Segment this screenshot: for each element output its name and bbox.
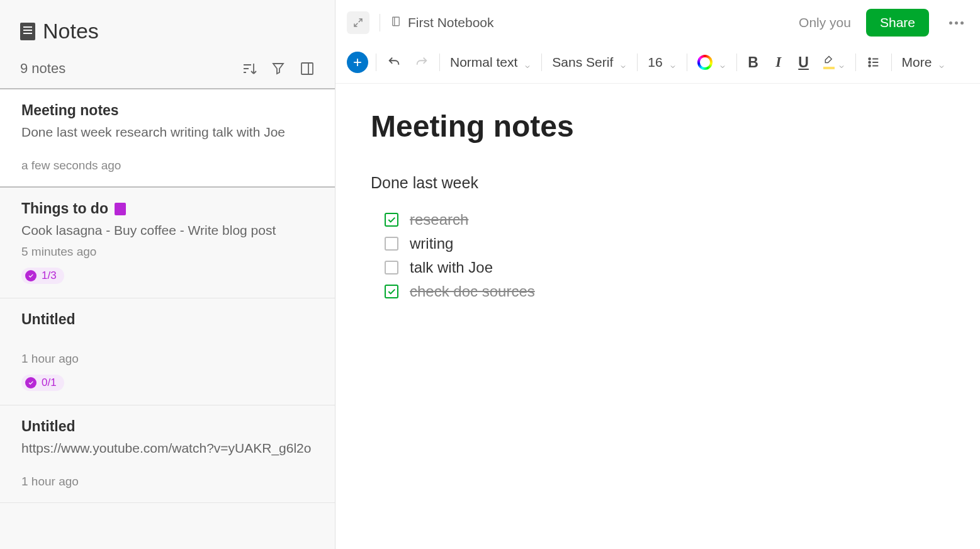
svg-rect-1 xyxy=(393,17,400,26)
divider xyxy=(891,54,892,71)
note-preview: Done last week research writing talk wit… xyxy=(21,123,313,141)
check-text[interactable]: research xyxy=(410,211,468,229)
editor-body[interactable]: Meeting notes Done last week research wr… xyxy=(335,84,980,549)
chevron-down-icon xyxy=(619,59,627,66)
visibility-label: Only you xyxy=(799,15,851,30)
divider xyxy=(541,54,542,71)
undo-button[interactable] xyxy=(384,52,404,72)
note-count: 9 notes xyxy=(20,60,65,77)
divider xyxy=(376,54,376,71)
note-item[interactable]: Things to do Cook lasagna - Buy coffee -… xyxy=(0,188,335,298)
document-subhead[interactable]: Done last week xyxy=(371,174,945,192)
highlighter-icon xyxy=(823,55,835,69)
text-style-label: Normal text xyxy=(450,55,517,70)
highlight-select[interactable] xyxy=(820,55,848,69)
task-badge[interactable]: 0/1 xyxy=(21,375,64,391)
divider xyxy=(855,54,856,71)
check-item: check doc sources xyxy=(385,283,945,300)
more-menu-button[interactable] xyxy=(944,16,969,30)
view-toggle-button[interactable] xyxy=(298,60,316,77)
notes-icon xyxy=(20,23,35,40)
note-item[interactable]: Untitled 1 hour ago 0/1 xyxy=(0,298,335,405)
note-list: Meeting notes Done last week research wr… xyxy=(0,89,335,549)
check-text[interactable]: writing xyxy=(410,235,453,252)
chevron-down-icon xyxy=(838,59,845,66)
chevron-down-icon xyxy=(669,59,677,66)
italic-button[interactable]: I xyxy=(770,54,787,71)
note-title: Untitled xyxy=(21,311,76,328)
chevron-down-icon xyxy=(938,59,945,66)
note-time: 5 minutes ago xyxy=(21,245,313,259)
note-title: Untitled xyxy=(21,418,76,435)
note-time: 1 hour ago xyxy=(21,352,313,366)
document-title[interactable]: Meeting notes xyxy=(371,109,945,144)
sidebar-tools xyxy=(240,60,316,77)
note-item[interactable]: Untitled https://www.youtube.com/watch?v… xyxy=(0,405,335,503)
underline-button[interactable]: U xyxy=(795,54,813,71)
task-count: 0/1 xyxy=(42,376,57,389)
note-title: Things to do xyxy=(21,200,108,217)
font-size-label: 16 xyxy=(648,55,662,70)
text-style-select[interactable]: Normal text xyxy=(448,55,534,70)
color-ring-icon xyxy=(697,55,712,70)
check-item: talk with Joe xyxy=(385,259,945,276)
svg-point-3 xyxy=(869,62,870,64)
checkbox[interactable] xyxy=(385,213,398,227)
note-time: 1 hour ago xyxy=(21,475,313,489)
sidebar-header: Notes xyxy=(0,0,335,54)
more-label: More xyxy=(902,55,932,70)
insert-button[interactable]: + xyxy=(347,52,368,73)
expand-button[interactable] xyxy=(347,11,369,34)
chevron-down-icon xyxy=(719,59,726,66)
divider xyxy=(637,54,638,71)
checkbox[interactable] xyxy=(385,237,398,251)
redo-button[interactable] xyxy=(412,52,432,72)
check-item: research xyxy=(385,211,945,229)
note-preview: Cook lasagna - Buy coffee - Write blog p… xyxy=(21,221,313,239)
svg-rect-0 xyxy=(301,63,313,74)
svg-point-2 xyxy=(869,58,870,60)
sort-button[interactable] xyxy=(240,60,258,77)
text-color-select[interactable] xyxy=(695,55,729,70)
task-badge[interactable]: 1/3 xyxy=(21,268,64,284)
note-title: Meeting notes xyxy=(21,102,119,119)
share-button[interactable]: Share xyxy=(866,9,929,37)
chevron-down-icon xyxy=(524,59,531,66)
svg-point-4 xyxy=(869,65,870,67)
sidebar-toolbar: 9 notes xyxy=(0,54,335,89)
formatting-toolbar: + Normal text Sans Serif 16 B I xyxy=(335,45,980,84)
sidebar: Notes 9 notes Meeting notes Done last we… xyxy=(0,0,335,549)
font-family-label: Sans Serif xyxy=(552,55,613,70)
more-formatting-button[interactable]: More xyxy=(899,55,949,70)
note-time: a few seconds ago xyxy=(21,159,313,173)
check-text[interactable]: talk with Joe xyxy=(410,259,493,276)
check-circle-icon xyxy=(25,270,37,281)
bullet-list-button[interactable] xyxy=(864,52,884,72)
divider xyxy=(736,54,737,71)
font-family-select[interactable]: Sans Serif xyxy=(549,55,629,70)
checkbox[interactable] xyxy=(385,261,398,274)
font-size-select[interactable]: 16 xyxy=(645,55,679,70)
filter-button[interactable] xyxy=(269,60,287,77)
sidebar-title: Notes xyxy=(43,19,99,43)
note-item[interactable]: Meeting notes Done last week research wr… xyxy=(0,88,335,188)
checklist: research writing talk with Joe check doc… xyxy=(371,211,945,300)
bold-button[interactable]: B xyxy=(745,54,762,71)
note-preview: https://www.youtube.com/watch?v=yUAKR_g6… xyxy=(21,439,313,457)
divider xyxy=(439,54,440,71)
note-preview xyxy=(21,332,313,347)
notebook-link[interactable]: First Notebook xyxy=(390,14,494,31)
divider xyxy=(380,14,380,31)
check-item: writing xyxy=(385,235,945,252)
editor-header: First Notebook Only you Share xyxy=(335,0,980,45)
notebook-icon xyxy=(390,14,402,31)
editor: First Notebook Only you Share + Normal t… xyxy=(335,0,980,549)
divider xyxy=(687,54,687,71)
pin-icon xyxy=(115,203,126,215)
checkbox[interactable] xyxy=(385,285,398,298)
check-circle-icon xyxy=(25,377,37,388)
task-count: 1/3 xyxy=(42,269,57,282)
notebook-name: First Notebook xyxy=(408,15,494,30)
check-text[interactable]: check doc sources xyxy=(410,283,535,300)
